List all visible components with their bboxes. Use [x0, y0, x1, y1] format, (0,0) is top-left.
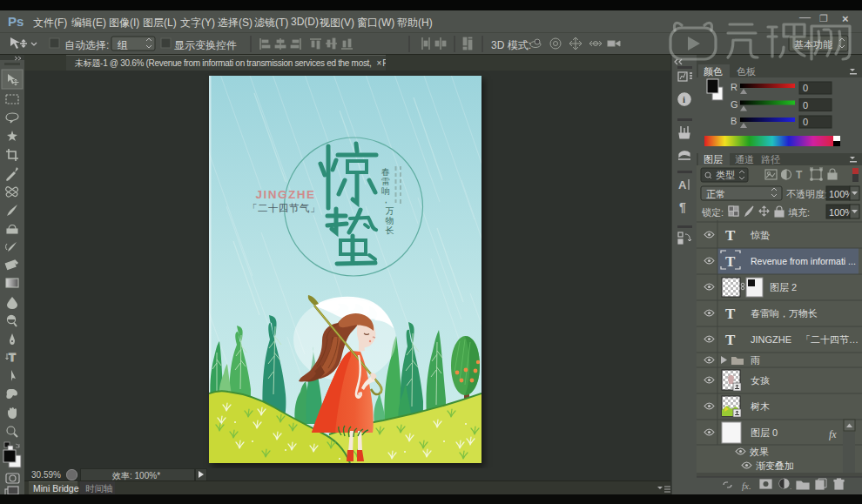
- svg-text:A: A: [678, 178, 687, 192]
- svg-text:T: T: [725, 332, 736, 348]
- svg-text:颜色: 颜色: [704, 66, 723, 77]
- svg-text:通道: 通道: [735, 154, 754, 165]
- svg-text:Revenue from informati ...: Revenue from informati ...: [751, 256, 856, 266]
- svg-text:fx: fx: [829, 428, 837, 440]
- svg-text:B: B: [731, 116, 737, 126]
- svg-text:路径: 路径: [761, 154, 780, 165]
- svg-text:类型: 类型: [716, 170, 735, 180]
- svg-text:雷: 雷: [381, 177, 390, 186]
- svg-text:¶: ¶: [679, 200, 686, 214]
- svg-text:图层 2: 图层 2: [770, 282, 797, 292]
- svg-text:渐变叠加: 渐变叠加: [756, 460, 794, 471]
- svg-text:R: R: [731, 82, 737, 92]
- svg-text:T: T: [725, 227, 736, 244]
- svg-text:T: T: [725, 306, 736, 322]
- svg-text:春: 春: [380, 167, 390, 177]
- svg-text:正常: 正常: [706, 189, 725, 199]
- svg-text:雨: 雨: [751, 355, 760, 366]
- svg-text:锁定:: 锁定:: [701, 207, 724, 218]
- svg-text:JINGZHE 「二十四节…: JINGZHE 「二十四节…: [751, 334, 859, 345]
- svg-text:不透明度:: 不透明度:: [786, 189, 827, 199]
- svg-text:.: .: [790, 483, 791, 491]
- svg-text:i: i: [683, 94, 685, 104]
- svg-text:G: G: [731, 99, 738, 110]
- svg-text:女孩: 女孩: [751, 375, 770, 386]
- svg-text:0: 0: [803, 83, 808, 93]
- svg-text:惊蛰: 惊蛰: [750, 230, 770, 240]
- svg-text:JINGZHE: JINGZHE: [255, 188, 315, 201]
- svg-text:fx.: fx.: [742, 480, 751, 491]
- svg-text:「二十四节气」: 「二十四节气」: [247, 203, 320, 213]
- svg-text:树木: 树木: [751, 401, 770, 412]
- svg-text:色板: 色板: [737, 66, 756, 77]
- svg-text:图层: 图层: [704, 154, 723, 165]
- svg-text:效果: 效果: [750, 447, 769, 457]
- svg-text:T: T: [796, 169, 803, 181]
- svg-text:春雷响，万物长: 春雷响，万物长: [751, 308, 818, 319]
- svg-text:T: T: [725, 253, 736, 270]
- svg-text:T: T: [9, 351, 16, 364]
- svg-text:，: ，: [381, 195, 390, 205]
- svg-text:0: 0: [803, 100, 808, 111]
- svg-text:万: 万: [386, 206, 394, 216]
- svg-text:物: 物: [386, 216, 394, 225]
- svg-text:0: 0: [803, 117, 808, 127]
- svg-text:长: 长: [386, 225, 394, 235]
- svg-text:图层 0: 图层 0: [751, 427, 778, 438]
- svg-text:填充:: 填充:: [788, 207, 810, 218]
